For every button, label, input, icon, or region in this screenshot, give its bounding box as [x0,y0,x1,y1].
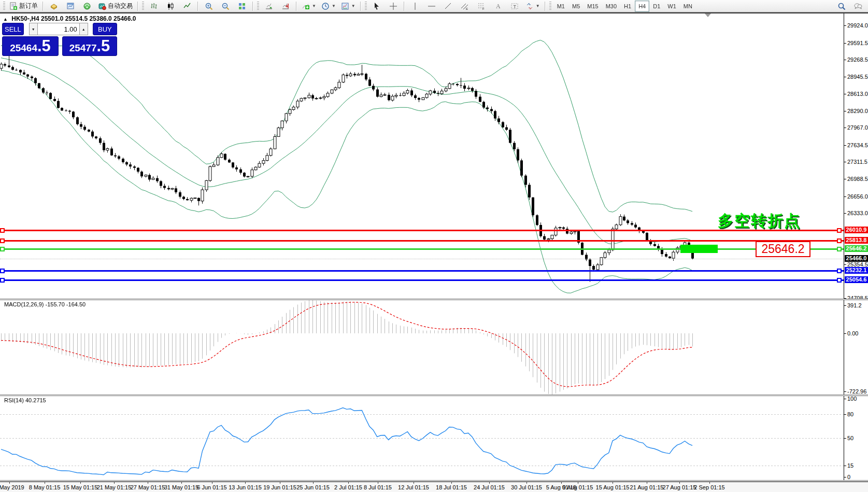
macd-indicator-pane[interactable] [0,300,844,395]
toolbar-grip[interactable] [142,2,144,11]
sell-price-display[interactable]: 25464.5 [2,36,59,56]
price-axis-tick: 27634.5 [847,142,868,148]
macd-axis-label: 391.2 [847,302,868,308]
line-handle[interactable] [837,269,842,273]
volume-decrease-button[interactable]: ▼ [29,23,38,35]
arrows-button[interactable]: ▼ [523,0,542,12]
horizontal-line-25813.8[interactable] [0,240,844,242]
time-axis-tick [414,482,414,484]
fibonacci-button[interactable]: F [474,0,489,12]
chat-button[interactable] [850,0,866,12]
volume-stepper: ▼ ▲ [29,23,88,35]
tile-windows-button[interactable] [234,0,250,12]
equidistant-channel-button[interactable]: E [457,0,473,12]
chart-shift-button[interactable] [278,0,293,12]
line-handle[interactable] [837,278,842,283]
line-handle[interactable] [0,228,5,233]
line-handle[interactable] [0,238,5,243]
macd-axis-label: -722.96 [847,388,868,395]
horizontal-line-25054.6[interactable] [0,279,844,281]
tab-timeframe-m30[interactable]: M30 [602,1,620,12]
turning-point-annotation[interactable]: 多空转折点 [718,210,801,232]
trendline-button[interactable] [440,0,456,12]
tab-timeframe-h4[interactable]: H4 [635,1,649,12]
horizontal-line-button[interactable] [424,0,439,12]
pane-separator[interactable] [0,299,868,300]
horizontal-line-25232.1[interactable] [0,270,844,272]
rsi-indicator-pane[interactable] [0,396,844,480]
autotrading-button[interactable]: 自动交易 [96,0,135,12]
tab-timeframe-mn[interactable]: MN [680,1,696,12]
buy-price-display[interactable]: 25477.5 [62,36,117,56]
chart-shift-marker[interactable] [705,13,711,17]
search-button[interactable] [834,0,849,12]
line-chart-icon [183,2,191,10]
line-handle[interactable] [0,278,5,283]
line-handle[interactable] [0,269,5,273]
templates-button[interactable]: ▼ [339,0,358,12]
data-window-button[interactable] [63,0,78,12]
market-watch-button[interactable] [46,0,62,12]
indicators-button[interactable]: ▼ [300,0,318,12]
chat-icon [854,2,862,10]
time-axis-tick [578,482,578,484]
time-axis-tick [709,482,710,484]
line-handle[interactable] [0,247,5,251]
tab-timeframe-d1[interactable]: D1 [649,1,664,12]
tab-timeframe-m1[interactable]: M1 [553,1,568,12]
line-chart-button[interactable] [179,0,195,12]
highlight-rectangle[interactable] [680,245,718,253]
macd-axis-label: 0.00 [847,330,868,336]
candlestick-chart-button[interactable] [163,0,178,12]
volume-input[interactable] [38,23,79,35]
price-axis-tick: 29924.0 [847,22,868,29]
main-price-chart[interactable] [0,13,844,299]
pane-separator [0,480,868,482]
volume-increase-button[interactable]: ▲ [79,23,88,35]
sell-button[interactable]: SELL [2,23,24,35]
new-order-button[interactable]: 新订单 [7,0,40,12]
tab-timeframe-w1[interactable]: W1 [664,1,680,12]
toolbar-grip[interactable] [3,2,5,11]
one-click-trading-panel: SELL ▼ ▲ BUY 25464.5 25477.5 [2,23,117,56]
candlestick-chart-icon [166,2,175,10]
tab-timeframe-h1[interactable]: H1 [620,1,635,12]
bar-chart-button[interactable] [146,0,162,12]
price-callout-box[interactable]: 25646.2 [756,241,810,257]
text-button[interactable]: A [490,0,506,12]
zoom-in-button[interactable] [201,0,217,12]
line-handle[interactable] [837,238,842,243]
auto-scroll-icon [265,2,273,10]
periods-button[interactable]: ▼ [319,0,338,12]
toolbar-grip[interactable] [257,2,259,11]
price-axis-tick: 29268.5 [847,57,868,63]
tab-timeframe-m5[interactable]: M5 [568,1,584,12]
time-axis-tick [280,482,280,484]
cursor-button[interactable] [369,0,385,12]
crosshair-button[interactable] [386,0,401,12]
collapse-arrow-icon[interactable]: ▲ [3,17,8,22]
line-handle[interactable] [837,247,842,251]
price-tag: 26010.9 [845,227,868,233]
time-axis-label: 9 Aug 01:15 [563,484,593,490]
line-handle[interactable] [837,228,842,233]
toolbar-grip[interactable] [549,2,551,11]
text-label-button[interactable]: T [507,0,522,12]
toolbar-grip[interactable] [365,2,367,11]
tab-timeframe-m15[interactable]: M15 [584,1,602,12]
new-order-label: 新订单 [19,2,38,10]
buy-button[interactable]: BUY [93,23,117,35]
time-axis-tick [212,482,212,484]
auto-scroll-button[interactable] [261,0,277,12]
price-axis[interactable]: 29924.029591.529268.528945.528613.028290… [844,13,868,482]
time-axis-label: 15 May 01:15 [63,484,98,490]
horizontal-line-26010.9[interactable] [0,230,844,231]
pane-separator[interactable] [0,395,868,396]
vertical-line-button[interactable] [407,0,423,12]
signals-button[interactable] [79,0,95,12]
zoom-out-icon [221,2,230,10]
dropdown-arrow-icon: ▼ [536,4,540,8]
zoom-out-button[interactable] [218,0,233,12]
chart-symbol-title: ▲ HK50-,H4 25501.0 25514.5 25386.0 25466… [3,15,136,22]
time-axis[interactable]: 2 May 20198 May 01:1515 May 01:1521 May … [0,482,868,492]
